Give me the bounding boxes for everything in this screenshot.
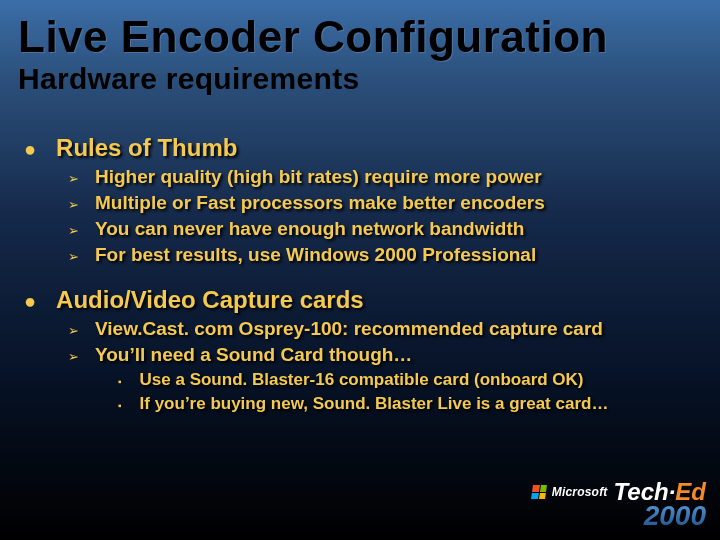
list-item: ➢ For best results, use Windows 2000 Pro… (68, 244, 700, 266)
sublist-item: ▪ If you’re buying new, Sound. Blaster L… (118, 394, 700, 414)
bullet-disc-icon: ● (24, 291, 36, 311)
chevron-right-icon: ➢ (68, 349, 79, 364)
section-heading-text: Audio/Video Capture cards (56, 286, 364, 314)
list-item: ➢ Higher quality (high bit rates) requir… (68, 166, 700, 188)
chevron-right-icon: ➢ (68, 197, 79, 212)
slide-body: ● Rules of Thumb ➢ Higher quality (high … (0, 106, 720, 414)
bullet-square-icon: ▪ (118, 400, 122, 411)
sublist-item-text: Use a Sound. Blaster-16 compatible card … (140, 370, 584, 390)
sublist-item: ▪ Use a Sound. Blaster-16 compatible car… (118, 370, 700, 390)
section-heading: ● Rules of Thumb (24, 134, 700, 162)
chevron-right-icon: ➢ (68, 223, 79, 238)
list-item: ➢ View.Cast. com Osprey-100: recommended… (68, 318, 700, 340)
list-item-text: You can never have enough network bandwi… (95, 218, 524, 240)
list-item: ➢ Multiple or Fast processors make bette… (68, 192, 700, 214)
list-item: ➢ You can never have enough network band… (68, 218, 700, 240)
list-item-text: View.Cast. com Osprey-100: recommended c… (95, 318, 603, 340)
bullet-square-icon: ▪ (118, 376, 122, 387)
list-item-text: You’ll need a Sound Card though… (95, 344, 412, 366)
list-item-text: Multiple or Fast processors make better … (95, 192, 545, 214)
chevron-right-icon: ➢ (68, 171, 79, 186)
chevron-right-icon: ➢ (68, 323, 79, 338)
slide-title: Live Encoder Configuration (0, 0, 720, 62)
logo-company: Microsoft (552, 485, 608, 499)
section-heading: ● Audio/Video Capture cards (24, 286, 700, 314)
list-item-text: Higher quality (high bit rates) require … (95, 166, 542, 188)
sublist-item-text: If you’re buying new, Sound. Blaster Liv… (140, 394, 609, 414)
microsoft-flag-icon (531, 485, 547, 499)
footer-logo: Microsoft Tech·Ed 2000 (532, 478, 706, 532)
section-heading-text: Rules of Thumb (56, 134, 237, 162)
list-item-text: For best results, use Windows 2000 Profe… (95, 244, 536, 266)
slide-subtitle: Hardware requirements (0, 62, 720, 106)
chevron-right-icon: ➢ (68, 249, 79, 264)
list-item: ➢ You’ll need a Sound Card though… (68, 344, 700, 366)
bullet-disc-icon: ● (24, 139, 36, 159)
